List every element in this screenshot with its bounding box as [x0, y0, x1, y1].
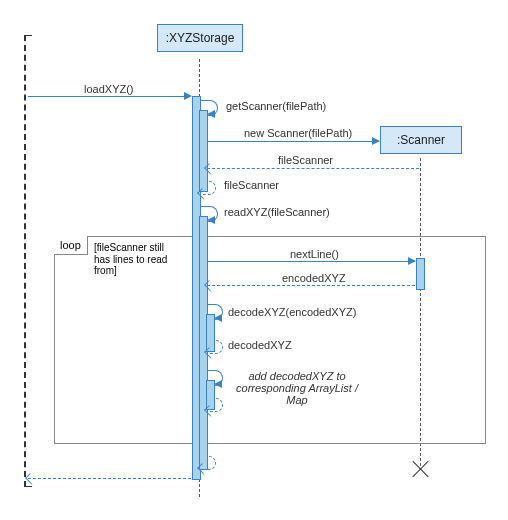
arrow-nextline: [207, 261, 415, 262]
msg-readxyz: readXYZ(fileScanner): [224, 206, 330, 218]
msg-filescanner1: fileScanner: [278, 154, 333, 166]
destroy-scanner: [409, 458, 431, 480]
msg-adddecoded: add decodedXYZ to corresponding ArrayLis…: [232, 370, 362, 406]
arc-adddecoded-head: [214, 380, 222, 388]
msg-decodedxyz: decodedXYZ: [228, 339, 292, 351]
arrow-nextline-head: [408, 257, 416, 265]
actor-label: :XYZStorage: [166, 31, 235, 45]
arrow-loadxyz-head: [184, 92, 192, 100]
arrow-return-caller: [28, 478, 191, 479]
arrow-loadxyz: [28, 96, 190, 97]
loop-guard: [fileScanner still has lines to read fro…: [94, 242, 174, 277]
actor-scanner: :Scanner: [380, 126, 462, 154]
actor-label: :Scanner: [397, 133, 445, 147]
arc-readxyz-head: [207, 216, 215, 224]
msg-loadxyz: loadXYZ(): [84, 83, 134, 95]
msg-nextline: nextLine(): [290, 248, 339, 260]
msg-filescanner2: fileScanner: [224, 179, 279, 191]
msg-newscanner: new Scanner(filePath): [244, 127, 352, 139]
activation-scanner-nextline: [416, 258, 425, 290]
arrow-filescanner1: [207, 168, 419, 169]
msg-decodexyz: decodeXYZ(encodedXYZ): [228, 306, 356, 318]
arrow-newscanner-head: [372, 137, 380, 145]
external-caller-lifeline: [24, 35, 32, 487]
actor-xyzstorage: :XYZStorage: [157, 24, 243, 52]
arc-getscanner-head: [207, 110, 215, 118]
loop-label: loop: [54, 236, 88, 255]
msg-encodedxyz: encodedXYZ: [282, 272, 346, 284]
arrow-newscanner: [207, 141, 379, 142]
arrow-encodedxyz: [207, 285, 415, 286]
arc-decodexyz-head: [214, 314, 222, 322]
msg-getscanner: getScanner(filePath): [226, 100, 326, 112]
sequence-diagram: :XYZStorage :Scanner loop [fileScanner s…: [0, 0, 508, 520]
activation-storage-getscanner: [199, 110, 208, 192]
